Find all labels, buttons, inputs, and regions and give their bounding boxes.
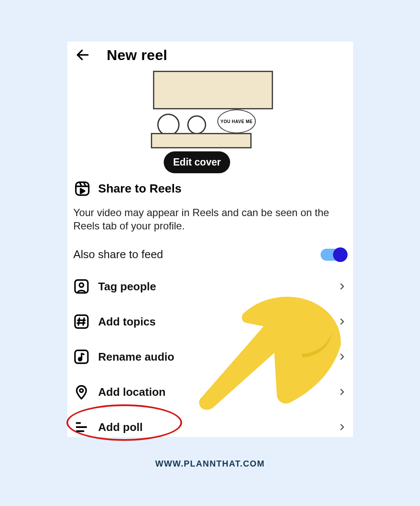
also-share-to-feed-label: Also share to feed: [73, 248, 163, 261]
music-icon: [73, 349, 90, 365]
chevron-right-icon: [338, 423, 346, 431]
share-to-reels-title: Share to Reels: [98, 182, 182, 196]
header-bar: New reel: [67, 42, 353, 66]
svg-point-11: [80, 389, 83, 392]
option-label: Rename audio: [98, 350, 338, 364]
speech-bubble: YOU HAVE ME: [217, 109, 256, 133]
share-description: Your video may appear in Reels and can b…: [67, 200, 353, 232]
option-label: Add topics: [98, 315, 338, 328]
cover-illustration: [151, 133, 252, 148]
option-rename-audio[interactable]: Rename audio: [67, 339, 353, 374]
edit-cover-button[interactable]: Edit cover: [164, 151, 230, 173]
chevron-right-icon: [338, 352, 346, 361]
page-title: New reel: [107, 47, 167, 63]
reels-icon: [74, 181, 90, 197]
option-add-poll[interactable]: Add poll: [67, 410, 353, 437]
cover-illustration: [153, 71, 273, 109]
cover-preview: YOU HAVE ME Edit cover: [67, 66, 353, 169]
svg-line-5: [78, 319, 79, 325]
option-label: Add location: [98, 386, 338, 399]
feed-toggle[interactable]: [321, 249, 346, 261]
new-reel-screen: New reel YOU HAVE ME Edit cover Share to…: [67, 42, 353, 437]
footer-url: WWW.PLANNTHAT.COM: [0, 459, 420, 469]
chevron-right-icon: [338, 317, 346, 326]
location-pin-icon: [73, 384, 90, 400]
poll-icon: [73, 419, 90, 435]
person-icon: [73, 278, 90, 295]
option-label: Add poll: [98, 421, 338, 434]
cover-illustration: [187, 115, 206, 134]
svg-point-3: [79, 283, 84, 288]
option-label: Tag people: [98, 280, 338, 293]
hashtag-icon: [73, 313, 90, 330]
svg-line-6: [83, 319, 84, 325]
share-to-reels-row: Share to Reels: [67, 169, 353, 200]
svg-rect-4: [75, 315, 88, 328]
chevron-right-icon: [338, 282, 346, 291]
back-button[interactable]: [73, 45, 92, 64]
option-add-location[interactable]: Add location: [67, 374, 353, 410]
option-tag-people[interactable]: Tag people: [67, 269, 353, 304]
chevron-right-icon: [338, 388, 346, 396]
also-share-to-feed-row: Also share to feed: [67, 232, 353, 269]
option-add-topics[interactable]: Add topics: [67, 304, 353, 339]
arrow-left-icon: [75, 47, 90, 63]
